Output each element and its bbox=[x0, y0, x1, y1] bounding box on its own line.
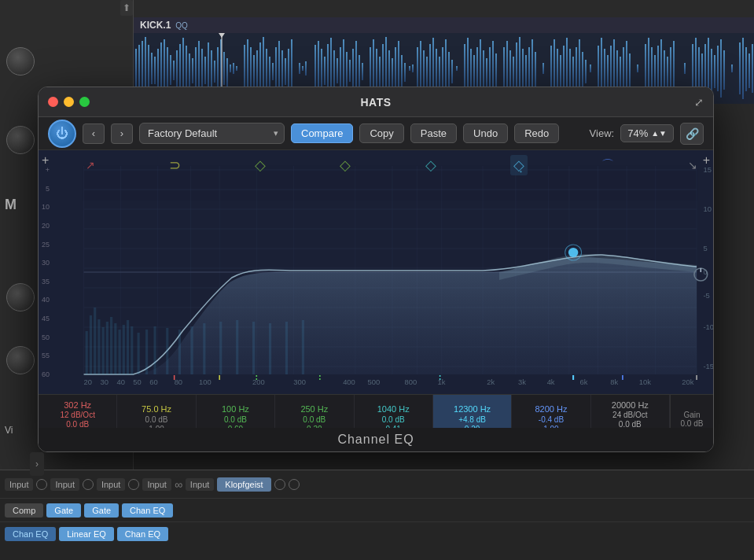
link-button[interactable]: 🔗 bbox=[680, 123, 704, 145]
preset-selector-wrap[interactable]: Factory Default bbox=[139, 123, 285, 144]
svg-rect-4 bbox=[148, 45, 149, 92]
band-4-gain: 0.0 dB bbox=[303, 415, 326, 424]
svg-rect-208 bbox=[97, 319, 100, 374]
band-8-gain: 0.0 dB bbox=[619, 420, 642, 429]
close-button[interactable] bbox=[48, 97, 58, 107]
input-label-5: Input bbox=[186, 478, 214, 491]
comp-slot[interactable]: Comp bbox=[5, 503, 43, 518]
svg-rect-58 bbox=[333, 50, 335, 90]
undo-button[interactable]: Undo bbox=[463, 123, 508, 143]
svg-rect-14 bbox=[179, 44, 181, 93]
gate-slot-2[interactable]: Gate bbox=[84, 503, 119, 518]
svg-rect-158 bbox=[704, 44, 706, 93]
svg-text:100: 100 bbox=[199, 378, 211, 386]
maximize-button[interactable] bbox=[79, 97, 90, 107]
preset-selector[interactable]: Factory Default bbox=[139, 123, 285, 144]
input-label-2: Input bbox=[50, 478, 79, 491]
io-circle-1[interactable] bbox=[36, 479, 47, 490]
io-circle-3[interactable] bbox=[128, 479, 139, 490]
svg-rect-206 bbox=[90, 315, 92, 374]
io-circle-2[interactable] bbox=[83, 479, 94, 490]
svg-rect-88 bbox=[436, 49, 437, 92]
chaneq-slot-1[interactable]: Chan EQ bbox=[122, 503, 173, 518]
expand-icon[interactable]: ⤢ bbox=[694, 96, 704, 109]
svg-rect-166 bbox=[739, 42, 741, 94]
compare-button[interactable]: Compare bbox=[291, 123, 353, 143]
svg-rect-94 bbox=[456, 66, 458, 71]
svg-rect-21 bbox=[201, 49, 203, 88]
svg-text:-15: -15 bbox=[703, 363, 713, 370]
minimize-button[interactable] bbox=[64, 97, 74, 107]
svg-rect-130 bbox=[590, 64, 591, 72]
svg-rect-56 bbox=[327, 44, 329, 93]
svg-rect-112 bbox=[522, 49, 524, 92]
svg-rect-162 bbox=[717, 46, 719, 91]
bottom-strip: Input Input Input Input ∞ Input Klopfgei… bbox=[0, 470, 754, 560]
svg-rect-108 bbox=[509, 50, 511, 90]
view-zoom[interactable]: 74% ▲▼ bbox=[620, 124, 674, 142]
svg-rect-114 bbox=[528, 47, 530, 90]
svg-rect-226 bbox=[252, 322, 255, 374]
svg-rect-32 bbox=[236, 66, 237, 71]
svg-rect-209 bbox=[102, 327, 105, 374]
klopfgeist-button[interactable]: Klopfgeist bbox=[217, 477, 270, 492]
svg-text:10k: 10k bbox=[639, 378, 652, 386]
traffic-lights[interactable] bbox=[48, 97, 90, 107]
svg-text:60: 60 bbox=[149, 378, 157, 386]
svg-rect-64 bbox=[352, 49, 354, 91]
svg-rect-217 bbox=[138, 333, 140, 374]
band-7-gain: -0.4 dB bbox=[539, 415, 564, 424]
redo-button[interactable]: Redo bbox=[514, 123, 559, 143]
link-circles-icon: ∞ bbox=[175, 478, 182, 491]
gain-value: 0.0 dB bbox=[681, 419, 704, 428]
svg-rect-207 bbox=[94, 308, 96, 374]
svg-rect-168 bbox=[745, 47, 747, 91]
paste-button[interactable]: Paste bbox=[410, 123, 457, 143]
io-circle-5[interactable] bbox=[274, 479, 285, 490]
svg-rect-118 bbox=[550, 46, 552, 91]
svg-rect-103 bbox=[489, 47, 491, 91]
plugin-row-2: Chan EQ Linear EQ Chan EQ bbox=[0, 522, 754, 546]
svg-rect-137 bbox=[616, 50, 618, 90]
svg-rect-142 bbox=[637, 64, 638, 72]
svg-rect-30 bbox=[230, 64, 231, 72]
svg-rect-46 bbox=[285, 58, 286, 85]
svg-text:2k: 2k bbox=[487, 378, 495, 386]
svg-rect-128 bbox=[582, 52, 583, 88]
svg-rect-59 bbox=[337, 58, 338, 83]
svg-rect-156 bbox=[698, 47, 700, 91]
copy-button[interactable]: Copy bbox=[359, 123, 403, 143]
chaneq-slot-active[interactable]: Chan EQ bbox=[5, 527, 56, 541]
nav-next-button[interactable]: › bbox=[111, 123, 133, 144]
io-circle-6[interactable] bbox=[289, 479, 300, 490]
svg-rect-22 bbox=[204, 57, 206, 84]
toolbar: ⏻ ‹ › Factory Default Compare Copy Paste… bbox=[39, 117, 713, 150]
svg-rect-143 bbox=[645, 44, 646, 93]
svg-rect-116 bbox=[535, 52, 536, 88]
svg-rect-33 bbox=[244, 45, 245, 92]
svg-rect-129 bbox=[585, 60, 587, 83]
svg-rect-29 bbox=[226, 58, 228, 87]
svg-rect-74 bbox=[388, 50, 390, 90]
svg-rect-125 bbox=[572, 57, 574, 87]
nav-prev-button[interactable]: ‹ bbox=[83, 123, 105, 144]
svg-rect-218 bbox=[145, 330, 148, 374]
svg-rect-68 bbox=[370, 47, 371, 90]
power-button[interactable]: ⏻ bbox=[48, 120, 76, 148]
svg-rect-145 bbox=[651, 47, 653, 91]
plugin-row-1: Comp Gate Gate Chan EQ bbox=[0, 499, 754, 522]
svg-rect-210 bbox=[106, 322, 109, 374]
svg-rect-133 bbox=[604, 49, 605, 91]
svg-rect-151 bbox=[670, 47, 671, 91]
svg-text:1k: 1k bbox=[437, 378, 445, 386]
svg-text:15: 15 bbox=[703, 166, 711, 174]
gate-slot-1[interactable]: Gate bbox=[46, 503, 81, 518]
svg-rect-72 bbox=[382, 44, 384, 93]
svg-rect-82 bbox=[417, 47, 418, 90]
svg-text:20: 20 bbox=[84, 378, 92, 386]
svg-rect-7 bbox=[157, 49, 159, 92]
lineareq-slot[interactable]: Linear EQ bbox=[59, 527, 114, 541]
collapse-arrow[interactable]: › bbox=[30, 452, 44, 476]
svg-text:5: 5 bbox=[703, 245, 707, 252]
chaneq-slot-2[interactable]: Chan EQ bbox=[117, 527, 168, 541]
